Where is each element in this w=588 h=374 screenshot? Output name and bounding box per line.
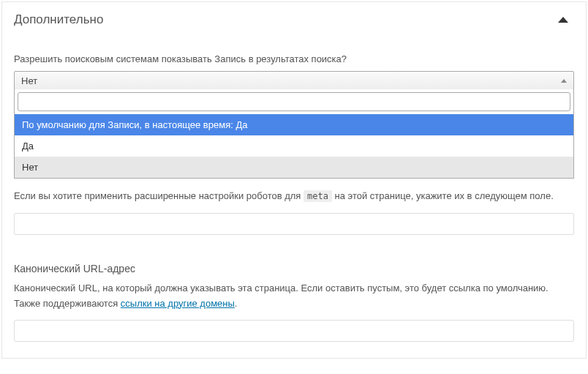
panel-title: Дополнительно xyxy=(14,12,103,27)
canonical-help-after: . xyxy=(235,298,238,309)
search-engines-label: Разрешить поисковым системам показывать … xyxy=(14,53,574,64)
search-engines-select[interactable]: Нет xyxy=(14,71,574,90)
dropdown-search-wrap xyxy=(15,89,573,114)
dropdown-search-input[interactable] xyxy=(18,92,570,111)
option-yes[interactable]: Да xyxy=(15,135,573,157)
triangle-up-icon xyxy=(561,79,567,83)
robots-meta-input[interactable] xyxy=(14,213,574,235)
panel-body: Разрешить поисковым системам показывать … xyxy=(2,53,586,358)
option-default[interactable]: По умолчанию для Записи, в настоящее вре… xyxy=(15,114,573,135)
search-engines-dropdown: По умолчанию для Записи, в настоящее вре… xyxy=(14,89,574,179)
advanced-panel: Дополнительно Разрешить поисковым систем… xyxy=(1,1,587,359)
robots-help-text: Если вы хотите применить расширенные нас… xyxy=(14,189,574,204)
canonical-help-before: Канонический URL, на который должна указ… xyxy=(14,283,549,309)
option-no[interactable]: Нет xyxy=(15,157,573,178)
chevron-up-icon xyxy=(558,17,568,23)
robots-code: meta xyxy=(304,190,332,202)
canonical-link[interactable]: ссылки на другие домены xyxy=(121,298,235,309)
select-value: Нет xyxy=(21,75,37,86)
canonical-help-text: Канонический URL, на который должна указ… xyxy=(14,281,574,312)
panel-header[interactable]: Дополнительно xyxy=(2,2,586,37)
robots-help-before: Если вы хотите применить расширенные нас… xyxy=(14,190,304,201)
robots-help-after: на этой странице, укажите их в следующем… xyxy=(332,190,554,201)
canonical-url-input[interactable] xyxy=(14,320,574,342)
canonical-title: Канонический URL-адрес xyxy=(14,263,574,274)
